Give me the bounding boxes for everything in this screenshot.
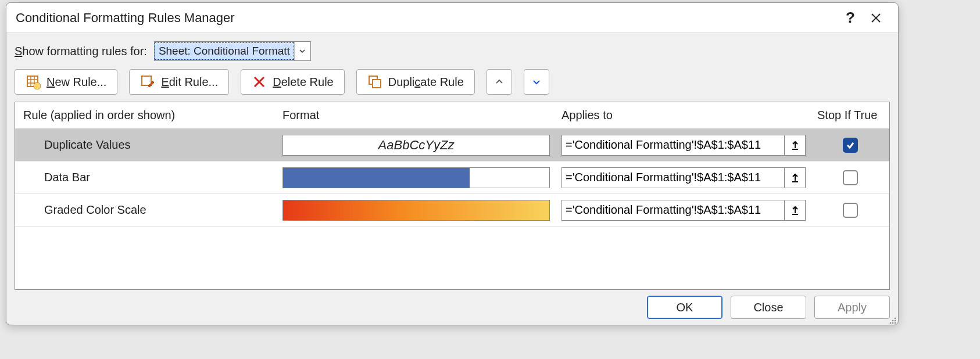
edit-rule-label: Edit Rule... <box>161 76 218 89</box>
applies-cell <box>556 135 811 156</box>
header-stop: Stop If True <box>811 109 889 122</box>
scope-label: Show formatting rules for: <box>15 45 147 58</box>
stop-cell <box>811 203 889 218</box>
rule-row[interactable]: Graded Color Scale <box>15 194 889 227</box>
stop-if-true-checkbox[interactable] <box>843 170 858 185</box>
range-picker-icon <box>790 140 800 150</box>
scope-combobox-text: Sheet: Conditional Formatt <box>155 42 294 60</box>
check-icon <box>846 141 855 150</box>
format-cell <box>277 200 556 221</box>
resize-grip[interactable] <box>888 314 897 324</box>
format-preview-databar <box>282 167 550 188</box>
delete-rule-button[interactable]: Delete Rule <box>241 69 345 95</box>
header-applies: Applies to <box>556 109 811 122</box>
stop-cell <box>811 170 889 185</box>
svg-point-20 <box>892 322 894 324</box>
scope-combobox[interactable]: Sheet: Conditional Formatt <box>154 41 311 61</box>
format-preview-gradient <box>282 200 550 221</box>
duplicate-rule-button[interactable]: Duplicate Rule <box>356 69 475 95</box>
resize-grip-icon <box>888 315 897 325</box>
applies-input-wrap <box>561 200 806 221</box>
ok-button[interactable]: OK <box>647 296 723 319</box>
applies-to-input[interactable] <box>562 200 784 220</box>
rules-grid-header: Rule (applied in order shown) Format App… <box>15 102 889 129</box>
duplicate-rule-icon <box>367 74 382 89</box>
move-up-button[interactable] <box>487 69 512 95</box>
chevron-down-icon <box>532 77 541 87</box>
range-picker-icon <box>790 205 800 216</box>
rule-row[interactable]: Data Bar <box>15 161 889 194</box>
scope-label-text: how formatting rules for: <box>22 45 147 58</box>
new-rule-button[interactable]: New Rule... <box>15 69 117 95</box>
range-picker-button[interactable] <box>784 168 805 188</box>
close-button[interactable]: Close <box>731 296 806 319</box>
scope-label-accel: S <box>15 45 22 58</box>
svg-rect-12 <box>373 80 381 88</box>
edit-rule-button[interactable]: Edit Rule... <box>129 69 229 95</box>
new-rule-label: New Rule... <box>47 76 106 89</box>
rules-toolbar: New Rule... Edit Rule... Delete Rule Dup… <box>15 69 890 95</box>
rule-row[interactable]: Duplicate Values AaBbCcYyZz <box>15 129 889 161</box>
dialog-title: Conditional Formatting Rules Manager <box>16 10 838 26</box>
svg-point-21 <box>895 322 896 324</box>
svg-point-18 <box>895 320 896 322</box>
new-rule-icon <box>26 74 41 89</box>
rules-manager-dialog: Conditional Formatting Rules Manager ? S… <box>6 2 899 325</box>
chevron-up-icon <box>495 77 504 87</box>
dialog-footer: OK Close Apply <box>6 290 898 325</box>
titlebar: Conditional Formatting Rules Manager ? <box>6 3 898 33</box>
applies-cell <box>556 167 811 188</box>
rule-name: Graded Color Scale <box>15 203 277 217</box>
header-rule: Rule (applied in order shown) <box>15 109 277 122</box>
upper-panel: Show formatting rules for: Sheet: Condit… <box>6 33 898 102</box>
range-picker-icon <box>790 173 800 183</box>
databar-fill <box>283 168 470 188</box>
format-preview-text: AaBbCcYyZz <box>282 135 550 156</box>
stop-if-true-checkbox[interactable] <box>843 203 858 218</box>
applies-to-input[interactable] <box>562 168 784 188</box>
delete-rule-icon <box>252 74 267 89</box>
svg-point-17 <box>892 320 894 322</box>
scope-combobox-arrow[interactable] <box>294 42 310 60</box>
svg-point-7 <box>34 82 41 89</box>
apply-button[interactable]: Apply <box>814 296 890 319</box>
applies-cell <box>556 200 811 221</box>
help-icon: ? <box>846 9 855 27</box>
range-picker-button[interactable] <box>784 135 805 155</box>
svg-point-16 <box>895 318 896 319</box>
header-format: Format <box>277 109 556 122</box>
format-cell: AaBbCcYyZz <box>277 135 556 156</box>
close-icon <box>870 12 882 24</box>
range-picker-button[interactable] <box>784 200 805 220</box>
chevron-down-icon <box>299 48 306 55</box>
delete-rule-label: Delete Rule <box>273 76 334 89</box>
svg-point-19 <box>890 322 892 324</box>
rules-grid: Rule (applied in order shown) Format App… <box>15 102 890 290</box>
edit-rule-icon <box>140 74 155 89</box>
applies-input-wrap <box>561 135 806 156</box>
stop-cell <box>811 138 889 153</box>
close-window-button[interactable] <box>863 5 889 31</box>
duplicate-rule-label: Duplicate Rule <box>388 76 464 89</box>
rule-name: Duplicate Values <box>15 138 277 152</box>
svg-rect-8 <box>142 76 151 85</box>
help-button[interactable]: ? <box>838 5 863 31</box>
applies-to-input[interactable] <box>562 135 784 155</box>
applies-input-wrap <box>561 167 806 188</box>
stop-if-true-checkbox[interactable] <box>843 138 858 153</box>
move-down-button[interactable] <box>524 69 549 95</box>
rule-name: Data Bar <box>15 171 277 184</box>
format-cell <box>277 167 556 188</box>
scope-row: Show formatting rules for: Sheet: Condit… <box>15 41 890 61</box>
